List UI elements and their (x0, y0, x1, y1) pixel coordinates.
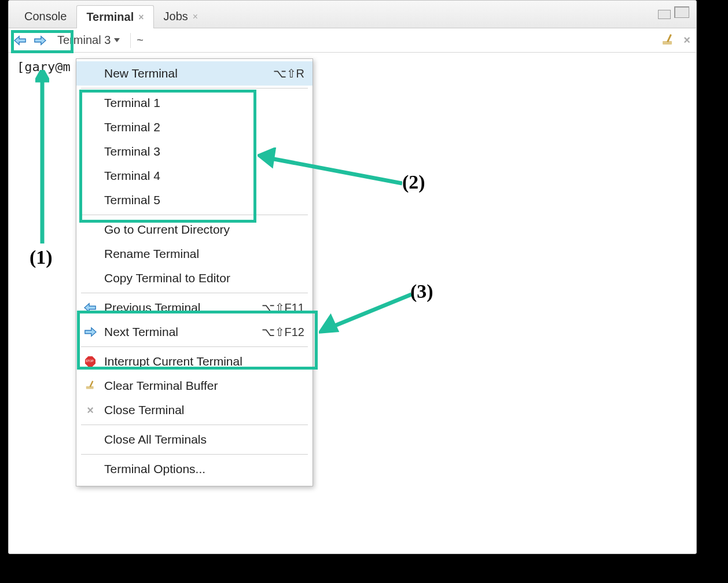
annotation-arrow-2 (258, 147, 402, 188)
menu-switch-terminal-1[interactable]: Terminal 1 (76, 91, 312, 115)
close-terminal-icon[interactable]: × (683, 34, 690, 47)
tab-jobs-label: Jobs (164, 10, 188, 23)
terminal-selector-label: Terminal 3 (57, 34, 111, 47)
arrow-right-icon (34, 35, 46, 46)
tab-terminal-label: Terminal (86, 10, 134, 24)
panel-tabbar: Console Terminal × Jobs × (9, 1, 696, 28)
minimize-icon[interactable] (658, 10, 671, 19)
annotation-label-3: (3) (410, 281, 433, 302)
panel-window: Console Terminal × Jobs × Terminal 3 (8, 0, 697, 554)
menu-previous-terminal[interactable]: Previous Terminal ⌥⇧F11 (76, 296, 312, 320)
maximize-icon[interactable] (674, 6, 689, 18)
menu-separator (81, 215, 308, 215)
tab-terminal[interactable]: Terminal × (76, 5, 153, 28)
menu-next-label: Next Terminal (104, 325, 255, 339)
svg-marker-1 (36, 70, 48, 80)
menu-switch-terminal-2[interactable]: Terminal 2 (76, 115, 312, 139)
menu-separator (81, 425, 308, 425)
menu-close-all-label: Close All Terminals (104, 433, 304, 447)
menu-interrupt-terminal[interactable]: Interrupt Current Terminal (76, 349, 312, 374)
menu-close-label: Close Terminal (104, 403, 304, 417)
menu-previous-label: Previous Terminal (104, 301, 255, 315)
menu-terminal-label: Terminal 2 (104, 120, 304, 134)
menu-close-terminal[interactable]: × Close Terminal (76, 398, 312, 422)
menu-switch-terminal-5[interactable]: Terminal 5 (76, 188, 312, 212)
annotation-arrow-1 (35, 70, 49, 243)
shortcut-label: ⌥⇧F12 (262, 325, 304, 339)
clear-icon[interactable] (661, 34, 674, 47)
menu-close-all-terminals[interactable]: Close All Terminals (76, 427, 312, 452)
menu-copy-to-editor-label: Copy Terminal to Editor (104, 271, 304, 285)
annotation-label-1: (1) (30, 246, 53, 268)
menu-rename-label: Rename Terminal (104, 247, 304, 261)
chevron-down-icon (114, 38, 120, 42)
menu-terminal-label: Terminal 5 (104, 193, 304, 207)
menu-terminal-options[interactable]: Terminal Options... (76, 457, 312, 481)
window-controls (658, 6, 689, 18)
menu-terminal-label: Terminal 1 (104, 96, 304, 110)
menu-go-current-dir-label: Go to Current Directory (104, 223, 304, 237)
menu-new-terminal[interactable]: New Terminal ⌥⇧R (76, 61, 312, 86)
broom-icon (83, 379, 97, 392)
annotation-label-2: (2) (402, 171, 425, 193)
arrow-right-icon (83, 327, 97, 337)
menu-copy-to-editor[interactable]: Copy Terminal to Editor (76, 266, 312, 290)
menu-separator (81, 293, 308, 293)
separator (130, 33, 131, 48)
terminal-selector-button[interactable]: Terminal 3 (53, 34, 124, 47)
menu-clear-buffer-label: Clear Terminal Buffer (104, 379, 304, 393)
terminal-toolbar: Terminal 3 ~ × (9, 28, 696, 53)
next-terminal-button[interactable] (33, 34, 47, 47)
stop-icon (83, 356, 97, 367)
svg-marker-5 (321, 318, 336, 331)
annotation-arrow-3 (319, 290, 411, 336)
close-icon[interactable]: × (138, 12, 144, 23)
menu-separator (81, 88, 308, 88)
working-directory: ~ (137, 34, 144, 47)
menu-separator (81, 346, 308, 347)
menu-clear-buffer[interactable]: Clear Terminal Buffer (76, 374, 312, 398)
tab-console[interactable]: Console (14, 5, 76, 28)
svg-line-2 (268, 158, 402, 183)
svg-line-4 (329, 294, 411, 328)
previous-terminal-button[interactable] (13, 34, 27, 47)
menu-go-current-dir[interactable]: Go to Current Directory (76, 217, 312, 242)
arrow-left-icon (14, 35, 27, 46)
tab-jobs[interactable]: Jobs × (154, 5, 208, 28)
tab-console-label: Console (24, 10, 67, 23)
menu-next-terminal[interactable]: Next Terminal ⌥⇧F12 (76, 320, 312, 344)
shortcut-label: ⌥⇧F11 (262, 301, 304, 315)
menu-separator (81, 454, 308, 455)
svg-marker-3 (260, 150, 274, 165)
arrow-left-icon (83, 302, 97, 313)
menu-rename-terminal[interactable]: Rename Terminal (76, 242, 312, 266)
shortcut-label: ⌥⇧R (273, 67, 304, 80)
menu-interrupt-label: Interrupt Current Terminal (104, 355, 304, 368)
close-icon: × (83, 404, 97, 417)
terminal-dropdown-menu: New Terminal ⌥⇧R Terminal 1 Terminal 2 T… (76, 58, 313, 486)
close-icon[interactable]: × (193, 12, 198, 22)
menu-new-terminal-label: New Terminal (104, 67, 266, 80)
menu-options-label: Terminal Options... (104, 462, 304, 476)
